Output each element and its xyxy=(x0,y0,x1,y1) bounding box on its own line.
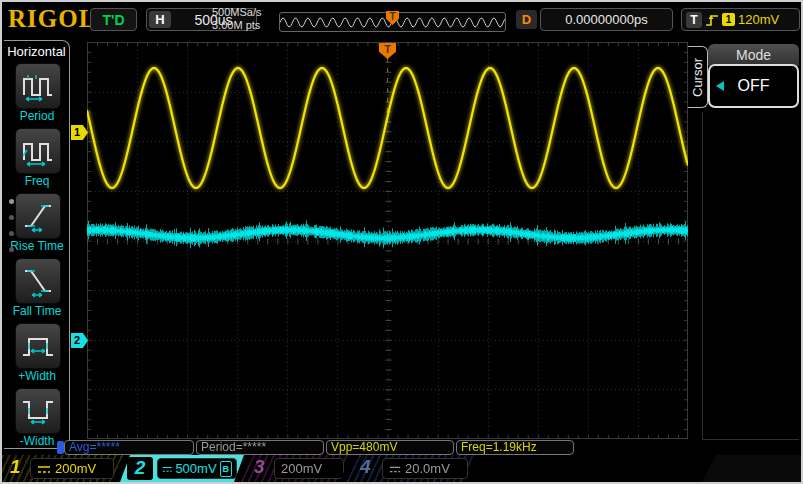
fall-time-icon xyxy=(21,264,55,298)
ch4-scale: 20.0mV xyxy=(405,461,450,476)
mode-header: Mode xyxy=(708,44,799,66)
period-icon xyxy=(21,69,55,103)
measurement-period-text: Period=***** xyxy=(201,440,266,454)
mode-value: OFF xyxy=(738,77,770,95)
graticule xyxy=(87,42,688,439)
graticule-canvas xyxy=(87,42,688,439)
sample-rate: 500MSa/s xyxy=(212,6,262,19)
mode-off-button[interactable]: OFF xyxy=(708,64,799,108)
sidebar-item-fall-time[interactable] xyxy=(15,258,61,304)
oscilloscope-screen: RIGOL T'D H 500us 500MSa/s 3.00M pts T D… xyxy=(0,0,803,484)
left-triangle-icon xyxy=(716,81,724,91)
measurement-vpp-text: Vpp=480mV xyxy=(331,440,397,454)
sidebar-item-period[interactable] xyxy=(15,63,61,109)
ch1-scale: 200mV xyxy=(55,461,96,476)
ch3-scale: 200mV xyxy=(281,461,322,476)
dc-coupling-icon xyxy=(37,464,51,474)
ch1-offset-marker[interactable]: 1 xyxy=(71,125,88,140)
sidebar-item-pos-width[interactable] xyxy=(15,323,61,369)
rise-time-icon xyxy=(21,199,55,233)
measurement-vpp: Vpp=480mV xyxy=(326,440,454,455)
measurement-avg-text: Avg=***** xyxy=(69,440,120,454)
measurement-period: Period=***** xyxy=(196,440,324,455)
freq-icon xyxy=(21,134,55,168)
sidebar-item-freq-label[interactable]: Freq xyxy=(4,174,70,188)
delay-value-box: 0.00000000ps xyxy=(540,8,673,31)
ch4-number: 4 xyxy=(360,456,371,478)
bandwidth-limit-icon: B xyxy=(220,461,232,477)
sound-status-segment xyxy=(702,455,801,482)
rising-edge-icon xyxy=(705,12,719,28)
cursor-mode-panel: Mode OFF xyxy=(708,44,799,110)
page-dot xyxy=(9,247,14,252)
sidebar-item-period-label[interactable]: Period xyxy=(4,109,70,123)
ch2-number: 2 xyxy=(135,457,146,478)
sample-rate-readout: 500MSa/s 3.00M pts xyxy=(212,6,262,32)
ch2-offset-marker[interactable]: 2 xyxy=(71,333,88,348)
horizontal-menu-panel: Horizontal Period Freq Rise Time xyxy=(4,40,70,449)
channel-4-status[interactable]: 4 20.0mV xyxy=(346,455,476,482)
channel-status-bar: 1 200mV 2 500mV B xyxy=(2,455,801,482)
ch4-scale-box: 20.0mV xyxy=(382,458,468,479)
sidebar-item-fall-time-label[interactable]: Fall Time xyxy=(4,304,70,318)
dc-coupling-icon xyxy=(162,464,172,474)
sidebar-item-freq[interactable] xyxy=(15,128,61,174)
channel-3-status[interactable]: 3 200mV xyxy=(240,455,350,482)
measurement-freq: Freq=1.19kHz xyxy=(456,440,574,455)
ch2-scale: 500mV xyxy=(175,461,216,476)
trigger-source-chip: 1 xyxy=(722,13,735,26)
memory-depth: 3.00M pts xyxy=(212,19,262,32)
softmenu-divider xyxy=(702,112,703,439)
sidebar-item-rise-time[interactable] xyxy=(15,193,61,239)
ch2-scale-box: 500mV B xyxy=(157,458,237,479)
page-dot xyxy=(9,215,14,220)
h-label: H xyxy=(149,11,171,28)
ch2-number-chip: 2 xyxy=(127,457,153,480)
menu-page-dots xyxy=(9,199,14,252)
neg-width-icon xyxy=(21,394,55,428)
trigger-info-box: T 1 120mV xyxy=(681,8,800,31)
trigger-status-badge: T'D xyxy=(90,8,137,31)
channel-1-status[interactable]: 1 200mV xyxy=(2,455,124,482)
menu-title: Horizontal xyxy=(4,44,69,59)
sidebar-item-pos-width-label[interactable]: +Width xyxy=(4,369,70,383)
cursor-tab[interactable]: Cursor xyxy=(688,46,708,108)
dc-coupling-icon xyxy=(389,464,401,474)
page-dot xyxy=(9,231,14,236)
page-dot xyxy=(9,199,14,204)
ch3-number: 3 xyxy=(254,456,265,478)
delay-label: D xyxy=(516,10,537,29)
ch1-number: 1 xyxy=(10,456,21,478)
ch3-scale-box: 200mV xyxy=(274,458,344,479)
softmenu-divider-bottom xyxy=(702,439,799,440)
rigol-logo: RIGOL xyxy=(8,5,96,33)
ch1-scale-box: 200mV xyxy=(30,458,114,479)
measurement-avg: Avg=***** xyxy=(64,440,194,455)
pos-width-icon xyxy=(21,329,55,363)
channel-2-status[interactable]: 2 500mV B xyxy=(120,455,244,482)
trigger-level-value: 120mV xyxy=(738,12,779,27)
measurement-freq-text: Freq=1.19kHz xyxy=(461,440,537,454)
t-label: T xyxy=(686,12,702,28)
sidebar-item-neg-width[interactable] xyxy=(15,388,61,434)
measure-menu-tag[interactable] xyxy=(57,441,64,454)
